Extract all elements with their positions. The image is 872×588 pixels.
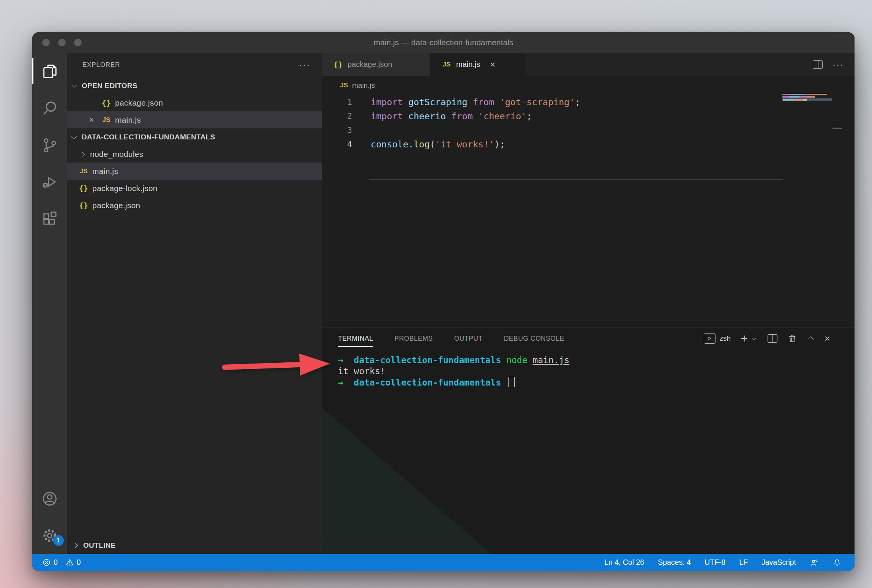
files-icon	[41, 63, 58, 80]
terminal-panel: TERMINAL PROBLEMS OUTPUT DEBUG CONSOLE >…	[322, 327, 855, 554]
json-file-icon: {}	[101, 98, 111, 107]
indentation[interactable]: Spaces: 4	[658, 558, 691, 567]
sidebar-item-search[interactable]	[32, 90, 67, 126]
sidebar-item-explorer[interactable]	[32, 53, 67, 90]
code-text: import gotScraping from 'got-scraping';	[371, 97, 580, 107]
status-bar: 0 0 Ln 4, Col 26 Spaces: 4 UTF-8 LF Java…	[32, 554, 855, 571]
tab-terminal[interactable]: TERMINAL	[338, 335, 373, 343]
editor-actions: ···	[813, 53, 844, 76]
notifications-bell-icon[interactable]	[833, 558, 842, 567]
shell-name[interactable]: zsh	[720, 334, 731, 343]
open-editor-main-js[interactable]: × JS main.js	[67, 111, 322, 128]
terminal-line: it works!	[338, 366, 569, 377]
tab-main-js[interactable]: JS main.js ×	[430, 53, 525, 76]
tree-item-package-lock-json[interactable]: {} package-lock.json	[67, 180, 322, 197]
maximize-panel-icon[interactable]	[807, 335, 815, 342]
open-editor-label: main.js	[115, 115, 141, 125]
explorer-sidebar: EXPLORER ··· OPEN EDITORS {} package.jso…	[67, 53, 322, 554]
tree-item-label: package.json	[92, 201, 140, 210]
close-panel-icon[interactable]: ×	[825, 335, 830, 342]
vscode-window: main.js — data-collection-fundamentals	[32, 32, 855, 571]
js-file-icon: JS	[101, 116, 111, 124]
tab-output[interactable]: OUTPUT	[454, 335, 483, 343]
terminal-output[interactable]: → data-collection-fundamentals node main…	[338, 355, 569, 388]
tab-problems[interactable]: PROBLEMS	[394, 335, 433, 343]
traffic-lights	[42, 39, 82, 46]
code-line[interactable]: 4 console.log('it works!');	[322, 137, 855, 151]
code-line[interactable]: 1 import gotScraping from 'got-scraping'…	[322, 95, 855, 109]
feedback-icon[interactable]	[810, 558, 819, 567]
tab-label: package.json	[348, 60, 392, 69]
json-file-icon: {}	[79, 201, 88, 210]
settings-button[interactable]: 1	[32, 517, 67, 554]
code-line[interactable]: 3	[322, 123, 855, 137]
tree-item-main-js[interactable]: JS main.js	[67, 163, 322, 180]
chevron-down-icon	[70, 82, 79, 90]
sidebar-item-extensions[interactable]	[32, 200, 67, 237]
more-actions-icon[interactable]: ···	[299, 63, 310, 67]
split-editor-icon[interactable]	[813, 60, 823, 69]
sidebar-item-run-debug[interactable]	[32, 163, 67, 200]
eol-sequence[interactable]: LF	[739, 558, 748, 567]
section-outline[interactable]: OUTLINE	[67, 537, 322, 554]
tree-item-label: main.js	[92, 167, 118, 176]
tree-item-package-json[interactable]: {} package.json	[67, 197, 322, 214]
account-icon	[41, 490, 58, 507]
accounts-button[interactable]	[32, 480, 67, 517]
code-text: console.log('it works!');	[371, 139, 505, 150]
terminal-dropdown-icon[interactable]	[752, 335, 758, 341]
sidebar-item-source-control[interactable]	[32, 126, 67, 163]
encoding[interactable]: UTF-8	[705, 558, 725, 567]
terminal-line: → data-collection-fundamentals	[338, 377, 569, 388]
close-window-button[interactable]	[42, 39, 50, 46]
zoom-window-button[interactable]	[74, 39, 82, 46]
current-line-highlight	[369, 179, 783, 194]
warning-count: 0	[77, 558, 81, 567]
settings-badge: 1	[53, 535, 64, 546]
titlebar[interactable]: main.js — data-collection-fundamentals	[32, 32, 855, 53]
tree-item-node-modules[interactable]: node_modules	[67, 145, 322, 163]
section-open-editors[interactable]: OPEN EDITORS	[67, 77, 322, 94]
section-workspace[interactable]: DATA-COLLECTION-FUNDAMENTALS	[67, 128, 322, 145]
line-number: 4	[322, 140, 352, 149]
json-file-icon: {}	[333, 60, 343, 69]
kill-terminal-icon[interactable]	[787, 334, 797, 343]
chevron-right-icon	[79, 150, 87, 158]
editor-group: {} package.json JS main.js × ··· JS main…	[322, 53, 855, 327]
terminal-shell-icon: >	[704, 333, 716, 344]
terminal-line: → data-collection-fundamentals node main…	[338, 355, 569, 366]
tree-item-label: package-lock.json	[92, 184, 158, 193]
minimize-window-button[interactable]	[58, 39, 66, 46]
close-icon[interactable]: ×	[490, 61, 495, 68]
activity-bar: 1	[32, 53, 67, 554]
tree-item-label: node_modules	[90, 150, 143, 159]
git-branch-icon	[41, 136, 58, 154]
warnings-indicator[interactable]: 0	[65, 558, 81, 567]
split-terminal-icon[interactable]	[768, 334, 777, 343]
cursor-position[interactable]: Ln 4, Col 26	[604, 558, 644, 567]
chevron-down-icon	[70, 133, 79, 141]
breadcrumb-file: main.js	[352, 81, 375, 90]
close-icon[interactable]: ×	[87, 115, 96, 125]
code-text: import cheerio from 'cheerio';	[371, 111, 532, 122]
terminal-toolbar: > zsh + ×	[704, 327, 830, 349]
line-number: 2	[322, 112, 352, 121]
warning-icon	[65, 558, 74, 567]
line-number: 3	[322, 126, 352, 135]
code-area[interactable]: 1 import gotScraping from 'got-scraping'…	[322, 95, 855, 151]
new-terminal-icon[interactable]: +	[741, 335, 748, 342]
search-icon	[41, 100, 58, 117]
js-file-icon: JS	[339, 82, 349, 89]
editor-tab-bar: {} package.json JS main.js × ···	[322, 53, 855, 76]
breadcrumb[interactable]: JS main.js	[322, 76, 855, 95]
error-count: 0	[54, 558, 58, 567]
problems-indicator[interactable]: 0	[42, 558, 58, 567]
debug-play-bug-icon	[41, 173, 58, 191]
open-editor-package-json[interactable]: {} package.json	[67, 94, 322, 111]
tab-package-json[interactable]: {} package.json	[322, 53, 430, 76]
tab-debug-console[interactable]: DEBUG CONSOLE	[504, 335, 564, 343]
extensions-icon	[41, 210, 58, 228]
language-mode[interactable]: JavaScript	[761, 558, 796, 567]
more-actions-icon[interactable]: ···	[833, 63, 844, 66]
code-line[interactable]: 2 import cheerio from 'cheerio';	[322, 109, 855, 123]
